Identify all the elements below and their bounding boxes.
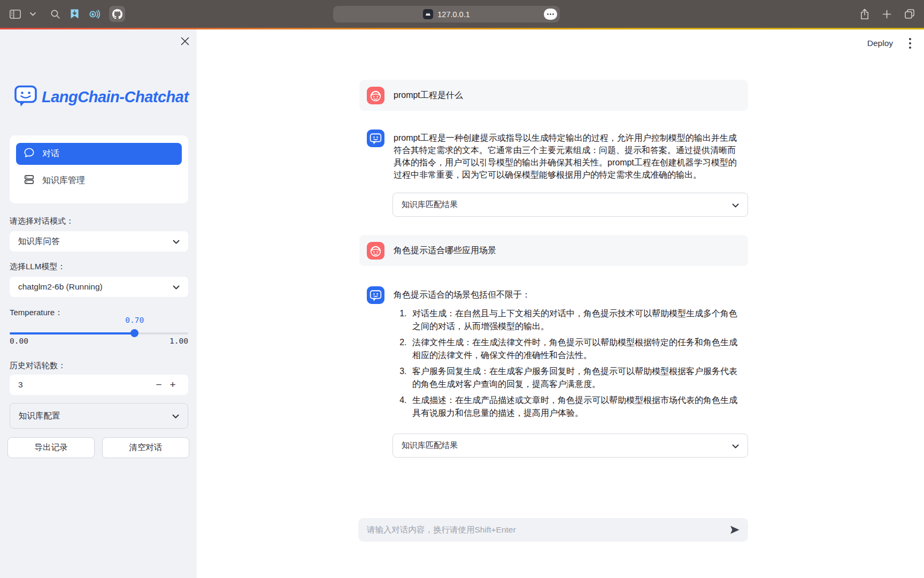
- page: 127.0.0.1 LangChain-Chatchat 当: [0, 0, 924, 578]
- toolbar-left-group: [10, 0, 125, 28]
- slider-minmax: 0.00 1.00: [10, 337, 188, 345]
- assistant-avatar: [367, 130, 384, 147]
- dialog-mode-label: 请选择对话模式：: [10, 216, 74, 226]
- temperature-label: Temperature：: [10, 308, 63, 318]
- nav-card: 对话 知识库管理: [10, 135, 188, 203]
- sidebar-close-icon[interactable]: [179, 35, 191, 47]
- history-label: 历史对话轮数：: [10, 361, 66, 371]
- kb-match-label: 知识库匹配结果: [402, 440, 458, 451]
- url-host: 127.0.0.1: [437, 10, 469, 19]
- assistant-message-text: prompt工程是一种创建提示或指导以生成特定输出的过程，允许用户控制模型的输出…: [394, 130, 741, 181]
- kb-config-label: 知识库配置: [19, 410, 60, 422]
- dialog-mode-value: 知识库问答: [18, 236, 60, 247]
- chevron-down-icon: [732, 200, 739, 209]
- llm-model-select[interactable]: chatglm2-6b (Running): [10, 277, 188, 297]
- reader-extension-icon[interactable]: [89, 9, 100, 19]
- list-item: 对话生成：在自然且与上下文相关的对话中，角色提示技术可以帮助模型生成多个角色之间…: [409, 307, 741, 333]
- chevron-down-icon: [173, 282, 180, 292]
- temperature-value: 0.70: [118, 316, 152, 324]
- clear-button[interactable]: 清空对话: [102, 437, 189, 458]
- kb-config-expander[interactable]: 知识库配置: [10, 403, 188, 429]
- tabs-overview-icon[interactable]: [904, 9, 915, 19]
- list-item: 客户服务回复生成：在生成客户服务回复时，角色提示可以帮助模型根据客户服务代表的角…: [409, 365, 741, 391]
- browser-toolbar: 127.0.0.1: [0, 0, 924, 28]
- main-content: Deploy prompt工程是什么 prompt工程是一种创建提示或指导以生成…: [197, 29, 924, 578]
- chat-input[interactable]: 请输入对话内容，换行请使用Shift+Enter: [358, 518, 748, 542]
- kb-match-expander[interactable]: 知识库匹配结果: [392, 434, 748, 458]
- nav-item-label: 对话: [42, 148, 59, 159]
- user-message-text: 角色提示适合哪些应用场景: [394, 245, 496, 256]
- chevron-down-icon: [172, 411, 179, 421]
- logo-chat-icon: [14, 85, 37, 109]
- sidebar-chevron-down-icon[interactable]: [30, 12, 36, 16]
- assistant-message: 角色提示适合的场景包括但不限于： 对话生成：在自然且与上下文相关的对话中，角色提…: [359, 286, 748, 423]
- decrement-button[interactable]: −: [152, 379, 166, 391]
- toolbar-right-group: [860, 0, 915, 28]
- assistant-message: prompt工程是一种创建提示或指导以生成特定输出的过程，允许用户控制模型的输出…: [359, 130, 748, 181]
- chat-column: prompt工程是什么 prompt工程是一种创建提示或指导以生成特定输出的过程…: [359, 29, 748, 458]
- chat-input-placeholder: 请输入对话内容，换行请使用Shift+Enter: [367, 524, 516, 536]
- github-icon[interactable]: [109, 6, 125, 22]
- app-header: Deploy: [867, 35, 913, 52]
- slider-thumb[interactable]: [130, 329, 138, 337]
- app-title: LangChain-Chatchat: [42, 88, 189, 106]
- assistant-message-text: 角色提示适合的场景包括但不限于： 对话生成：在自然且与上下文相关的对话中，角色提…: [394, 286, 741, 423]
- scenario-list: 对话生成：在自然且与上下文相关的对话中，角色提示技术可以帮助模型生成多个角色之间…: [394, 307, 741, 420]
- share-icon[interactable]: [860, 9, 869, 20]
- chat-bubble-icon: [24, 147, 35, 161]
- list-item: 生成描述：在生成产品描述或文章时，角色提示可以帮助模型根据市场代表的角色生成具有…: [409, 394, 741, 420]
- user-message: 角色提示适合哪些应用场景: [359, 235, 748, 266]
- increment-button[interactable]: +: [166, 379, 180, 391]
- history-value: 3: [18, 380, 23, 390]
- slider-min: 0.00: [10, 337, 28, 345]
- kebab-icon[interactable]: [907, 36, 913, 51]
- user-message: prompt工程是什么: [359, 80, 748, 111]
- assistant-intro: 角色提示适合的场景包括但不限于：: [394, 290, 530, 299]
- search-icon[interactable]: [50, 9, 60, 19]
- user-message-text: prompt工程是什么: [394, 90, 463, 101]
- deploy-button[interactable]: Deploy: [867, 39, 893, 48]
- knowledge-base-icon: [24, 174, 35, 187]
- nav-item-label: 知识库管理: [42, 175, 85, 186]
- kb-match-label: 知识库匹配结果: [402, 200, 458, 210]
- history-number-input[interactable]: 3 − +: [10, 375, 188, 395]
- slider-max: 1.00: [170, 337, 188, 345]
- chevron-down-icon: [732, 441, 739, 450]
- page-options-icon[interactable]: [544, 9, 557, 20]
- send-icon[interactable]: [729, 524, 741, 536]
- assistant-avatar: [367, 286, 384, 304]
- dialog-mode-select[interactable]: 知识库问答: [10, 231, 188, 252]
- list-item: 法律文件生成：在生成法律文件时，角色提示可以帮助模型根据特定的任务和角色生成相应…: [409, 336, 741, 362]
- streamlit-favicon: [423, 9, 433, 19]
- user-avatar: [367, 87, 384, 104]
- kb-match-expander[interactable]: 知识库匹配结果: [392, 193, 748, 217]
- bookmark-extension-icon[interactable]: [70, 9, 80, 19]
- app-logo: LangChain-Chatchat: [14, 85, 189, 109]
- llm-model-label: 选择LLM模型：: [10, 262, 65, 272]
- user-avatar: [367, 242, 384, 260]
- sidebar-toggle-icon[interactable]: [10, 10, 21, 19]
- sidebar-buttons: 导出记录 清空对话: [7, 437, 189, 458]
- chevron-down-icon: [173, 237, 180, 246]
- nav-item-dialogue[interactable]: 对话: [16, 143, 182, 165]
- nav-item-knowledge-base[interactable]: 知识库管理: [16, 170, 182, 192]
- llm-model-value: chatglm2-6b (Running): [18, 282, 103, 292]
- export-button[interactable]: 导出记录: [7, 437, 95, 458]
- sidebar: LangChain-Chatchat 当前版本：v0.2.4 对话 知识库管理 …: [0, 29, 197, 578]
- new-tab-icon[interactable]: [882, 10, 891, 19]
- slider-fill: [10, 332, 135, 334]
- address-bar[interactable]: 127.0.0.1: [333, 6, 560, 22]
